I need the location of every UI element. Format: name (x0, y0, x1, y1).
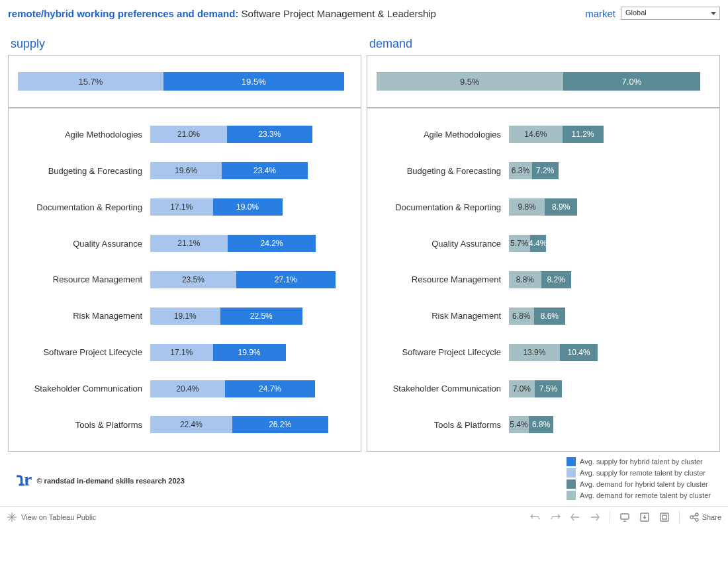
tableau-logo-icon (7, 512, 17, 522)
row-bar[interactable]: 21.1%24.2% (150, 235, 351, 252)
supply-summary-bar[interactable]: 15.7%19.5% (18, 72, 351, 91)
row-bar[interactable]: 17.1%19.0% (150, 198, 351, 216)
row-label: Stakeholder Communication (11, 384, 150, 394)
row-bar[interactable]: 23.5%27.1% (150, 271, 351, 288)
replay-forward-icon[interactable] (590, 512, 600, 522)
row-remote-segment[interactable]: 6.3% (509, 162, 532, 179)
legend-label: Avg. demand for remote talent by cluster (580, 491, 711, 499)
row-remote-segment[interactable]: 9.8% (509, 198, 545, 216)
table-row: Stakeholder Communication7.0%7.5% (370, 374, 710, 404)
row-label: Documentation & Reporting (11, 202, 150, 212)
row-hybrid-segment[interactable]: 7.2% (532, 162, 559, 179)
table-row: Quality Assurance5.7%4.4% (370, 228, 710, 259)
summary-hybrid-segment[interactable]: 19.5% (163, 72, 344, 91)
row-hybrid-segment[interactable]: 24.2% (228, 235, 316, 252)
row-hybrid-segment[interactable]: 24.7% (225, 380, 316, 397)
row-bar[interactable]: 6.3%7.2% (509, 162, 710, 179)
copyright: © randstad in-demand skills research 202… (36, 477, 184, 485)
summary-hybrid-segment[interactable]: 7.0% (563, 72, 701, 91)
row-bar[interactable]: 19.6%23.4% (150, 162, 351, 179)
row-remote-segment[interactable]: 7.0% (509, 380, 535, 397)
share-button[interactable]: Share (689, 512, 721, 522)
row-bar[interactable]: 21.0%23.3% (150, 126, 351, 143)
row-label: Documentation & Reporting (370, 202, 509, 212)
undo-icon[interactable] (530, 512, 541, 522)
svg-line-13 (692, 518, 696, 519)
row-hybrid-segment[interactable]: 7.5% (535, 380, 562, 397)
row-remote-segment[interactable]: 13.9% (509, 344, 560, 361)
row-hybrid-segment[interactable]: 8.6% (534, 308, 566, 325)
row-hybrid-segment[interactable]: 4.4% (530, 235, 546, 252)
row-remote-segment[interactable]: 19.6% (150, 162, 222, 179)
row-hybrid-segment[interactable]: 10.4% (560, 344, 598, 361)
row-hybrid-segment[interactable]: 22.5% (220, 308, 302, 325)
row-bar[interactable]: 5.7%4.4% (509, 235, 710, 252)
row-remote-segment[interactable]: 6.8% (509, 308, 534, 325)
row-bar[interactable]: 13.9%10.4% (509, 344, 710, 361)
row-remote-segment[interactable]: 22.4% (150, 416, 232, 433)
device-preview-icon[interactable] (619, 512, 630, 522)
svg-point-9 (690, 516, 693, 518)
table-row: Quality Assurance21.1%24.2% (11, 228, 351, 259)
demand-summary-bar[interactable]: 9.5%7.0% (377, 72, 710, 91)
row-bar[interactable]: 22.4%26.2% (150, 416, 351, 433)
row-remote-segment[interactable]: 23.5% (150, 271, 236, 288)
table-row: Agile Methodologies14.6%11.2% (370, 119, 710, 149)
fullscreen-icon[interactable] (659, 512, 670, 522)
row-bar[interactable]: 9.8%8.9% (509, 198, 710, 216)
row-remote-segment[interactable]: 8.8% (509, 271, 541, 288)
row-label: Software Project Lifecycle (11, 347, 150, 357)
row-remote-segment[interactable]: 20.4% (150, 380, 225, 397)
market-select[interactable]: Global (621, 7, 720, 20)
row-bar[interactable]: 5.4%6.8% (509, 416, 710, 433)
row-hybrid-segment[interactable]: 8.9% (545, 198, 577, 216)
row-bar[interactable]: 20.4%24.7% (150, 380, 351, 397)
legend-item[interactable]: Avg. supply for remote talent by cluster (567, 468, 711, 477)
row-hybrid-segment[interactable]: 23.4% (222, 162, 307, 179)
row-hybrid-segment[interactable]: 11.2% (563, 126, 604, 143)
row-remote-segment[interactable]: 5.4% (509, 416, 529, 433)
row-bar[interactable]: 17.1%19.9% (150, 344, 351, 361)
summary-remote-segment[interactable]: 15.7% (18, 72, 163, 91)
row-hybrid-segment[interactable]: 8.2% (541, 271, 571, 288)
view-on-tableau-button[interactable]: View on Tableau Public (7, 512, 96, 522)
row-remote-segment[interactable]: 5.7% (509, 235, 530, 252)
table-row: Budgeting & Forecasting19.6%23.4% (11, 155, 351, 186)
row-remote-segment[interactable]: 21.0% (150, 126, 227, 143)
table-row: Budgeting & Forecasting6.3%7.2% (370, 155, 710, 186)
table-row: Documentation & Reporting9.8%8.9% (370, 192, 710, 222)
row-remote-segment[interactable]: 19.1% (150, 308, 220, 325)
row-bar[interactable]: 19.1%22.5% (150, 308, 351, 325)
row-hybrid-segment[interactable]: 23.3% (227, 126, 312, 143)
row-bar[interactable]: 7.0%7.5% (509, 380, 710, 397)
row-hybrid-segment[interactable]: 26.2% (232, 416, 328, 433)
download-icon[interactable] (639, 512, 650, 522)
row-remote-segment[interactable]: 17.1% (150, 198, 213, 216)
row-remote-segment[interactable]: 17.1% (150, 344, 213, 361)
replay-back-icon[interactable] (570, 512, 580, 522)
row-hybrid-segment[interactable]: 6.8% (529, 416, 554, 433)
title-suffix: Software Project Management & Leadership (242, 8, 436, 19)
legend-item[interactable]: Avg. demand for hybrid talent by cluster (567, 479, 711, 489)
legend-item[interactable]: Avg. supply for hybrid talent by cluster (567, 457, 711, 466)
row-label: Budgeting & Forecasting (370, 166, 509, 176)
row-remote-segment[interactable]: 21.1% (150, 235, 228, 252)
legend-label: Avg. supply for remote talent by cluster (580, 469, 705, 477)
summary-remote-segment[interactable]: 9.5% (377, 72, 563, 91)
row-hybrid-segment[interactable]: 19.9% (213, 344, 286, 361)
panel-demand-title: demand (367, 37, 720, 51)
legend-item[interactable]: Avg. demand for remote talent by cluster (567, 491, 711, 500)
row-remote-segment[interactable]: 14.6% (509, 126, 563, 143)
row-hybrid-segment[interactable]: 27.1% (236, 271, 336, 288)
row-label: Budgeting & Forecasting (11, 166, 150, 176)
redo-icon[interactable] (550, 512, 561, 522)
row-bar[interactable]: 8.8%8.2% (509, 271, 710, 288)
table-row: Resource Management23.5%27.1% (11, 265, 351, 295)
table-row: Risk Management6.8%8.6% (370, 301, 710, 331)
row-hybrid-segment[interactable]: 19.0% (213, 198, 283, 216)
row-label: Agile Methodologies (11, 130, 150, 140)
row-bar[interactable]: 6.8%8.6% (509, 308, 710, 325)
svg-rect-8 (662, 515, 666, 519)
row-bar[interactable]: 14.6%11.2% (509, 126, 710, 143)
view-on-tableau-label: View on Tableau Public (21, 513, 96, 521)
